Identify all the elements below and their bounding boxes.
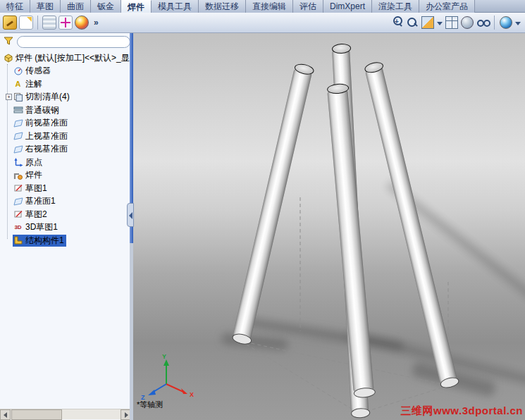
structural-member-icon [13,235,23,245]
tree-item-material[interactable]: 普通碳钢 [1,104,133,117]
feature-tree: 焊件 (默认[按加工]<<默认>_显 传感器 A 注解 + 切割清单(4) [0,50,133,247]
tab-dimxpert[interactable]: DimXpert [323,0,372,13]
tree-item-3dsketch1[interactable]: 3D 3D草图1 [1,221,133,235]
command-manager-tabs: 特征 草图 曲面 钣金 焊件 模具工具 数据迁移 直接编辑 评估 DimXper… [0,0,525,13]
origin-icon [13,157,23,167]
hide-show-items-icon[interactable] [476,16,489,29]
view-toolbar [390,16,525,30]
chevron-down-icon[interactable] [515,22,521,25]
plane-icon [13,118,23,128]
watermark-text: 三维网www.3dportal.cn [401,404,523,418]
tree-item-label: 结构构件1 [25,235,64,247]
sketch-icon [13,183,23,193]
tree-item-label: 切割清单(4) [25,91,70,103]
toolbar-left-group: » [0,16,104,30]
tree-item-sketch2[interactable]: 草图2 [1,208,133,221]
tab-features[interactable]: 特征 [0,0,30,13]
tab-direct-editing[interactable]: 直接编辑 [246,0,293,13]
tree-item-label: 焊件 [25,169,42,181]
view-orientation-icon[interactable] [445,16,458,29]
tree-item-structural-member1[interactable]: 结构构件1 [1,234,133,247]
tree-item-label: 草图1 [25,183,47,194]
weldment-icon [13,171,23,180]
chevron-down-icon[interactable] [437,22,443,25]
main-toolbar: » [0,13,525,33]
tree-item-cut-list[interactable]: + 切割清单(4) [1,91,133,104]
plane-icon [13,131,23,141]
plane-icon [13,144,23,154]
tree-item-right-plane[interactable]: 右视基准面 [1,143,133,156]
render-sphere-icon[interactable] [75,16,89,30]
sketch3d-icon: 3D [13,223,23,233]
graphics-viewport[interactable]: Y X Z *等轴测 三维网www.3dportal.cn [133,33,525,420]
tab-data-migration[interactable]: 数据迁移 [199,0,246,13]
sheet-grid-icon[interactable] [42,16,56,30]
tab-render-tools[interactable]: 渲染工具 [372,0,419,13]
sketch-icon [13,209,23,219]
tree-item-sensors[interactable]: 传感器 [1,65,133,78]
toolbar-separator [37,16,38,30]
zoom-window-icon[interactable] [390,16,403,29]
scroll-left-button[interactable] [0,409,11,420]
tree-item-sketch1[interactable]: 草图1 [1,182,133,195]
tree-item-front-plane[interactable]: 前视基准面 [1,117,133,130]
tree-item-label: 基准面1 [25,195,56,207]
properties-icon[interactable] [19,16,33,30]
triad-y-label: Y [162,353,166,360]
tree-item-plane1[interactable]: 基准面1 [1,195,133,209]
solidworks-window: 特征 草图 曲面 钣金 焊件 模具工具 数据迁移 直接编辑 评估 DimXper… [0,0,525,420]
tree-item-label: 草图2 [25,209,47,221]
point-crosshair-icon[interactable] [58,16,73,30]
cut-list-icon [13,92,23,102]
tree-item-label: 前视基准面 [25,117,68,129]
tab-weldments[interactable]: 焊件 [121,0,152,13]
tree-item-label: 原点 [25,156,42,168]
tree-item-label: 普通碳钢 [25,104,59,116]
tree-item-label: 注解 [25,78,42,90]
display-style-icon[interactable] [461,16,474,29]
tab-evaluate[interactable]: 评估 [293,0,323,13]
filter-funnel-icon [3,35,14,49]
tree-item-label: 传感器 [25,65,51,77]
section-view-icon[interactable] [421,16,434,29]
tree-root-weldment[interactable]: 焊件 (默认[按加工]<<默认>_显 [1,51,133,65]
weldment-tool-icon[interactable] [3,16,17,30]
panel-collapse-handle[interactable] [127,203,134,227]
tab-surfaces[interactable]: 曲面 [61,0,91,13]
reference-triad: Y X Z [139,353,202,402]
zoom-fit-icon[interactable] [406,16,419,29]
tab-office-products[interactable]: 办公室产品 [419,0,475,13]
feature-manager-panel: 焊件 (默认[按加工]<<默认>_显 传感器 A 注解 + 切割清单(4) [0,33,133,420]
tree-item-annotations[interactable]: A 注解 [1,78,133,91]
tree-item-label: 上视基准面 [25,130,68,142]
toolbar-overflow-button[interactable]: » [91,18,101,27]
scrollbar-thumb[interactable] [11,409,62,420]
plane-icon [13,197,23,206]
tree-item-weldment[interactable]: 焊件 [1,169,133,183]
weldment-part-icon [3,53,13,63]
tree-filter-row [0,33,133,50]
expand-icon[interactable]: + [6,94,12,100]
tree-filter-input[interactable] [17,36,130,48]
tab-sketch[interactable]: 草图 [30,0,61,13]
sensors-icon [13,66,23,76]
tree-item-label: 焊件 (默认[按加工]<<默认>_显 [16,52,130,64]
material-icon [13,105,23,115]
tab-sheet-metal[interactable]: 钣金 [91,0,121,13]
tree-item-label: 右视基准面 [25,143,68,155]
toolbar-separator [494,16,495,30]
tree-item-label: 3D草图1 [25,221,58,233]
tree-item-top-plane[interactable]: 上视基准面 [1,130,133,143]
view-orientation-label: *等轴测 [137,400,163,410]
annotations-icon: A [13,79,23,89]
tab-mold-tools[interactable]: 模具工具 [152,0,199,13]
appearance-icon[interactable] [500,16,512,29]
horizontal-scrollbar[interactable] [0,409,131,419]
tree-item-origin[interactable]: 原点 [1,156,133,169]
triad-x-label: X [190,391,194,398]
